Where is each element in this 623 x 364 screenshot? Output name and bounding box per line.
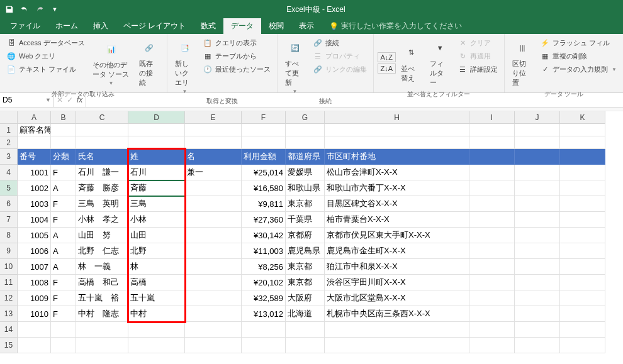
column-header[interactable]: F — [242, 111, 286, 124]
cell[interactable]: 1005 — [18, 228, 51, 243]
cell[interactable] — [469, 338, 515, 353]
cell[interactable] — [469, 290, 515, 306]
cell[interactable]: 中村 隆志 — [76, 306, 128, 322]
data-validation-button[interactable]: ✓データの入力規則▼ — [537, 63, 619, 75]
cell[interactable]: ¥27,360 — [242, 212, 286, 228]
cell[interactable] — [560, 259, 605, 275]
row-header[interactable]: 1 — [0, 124, 18, 136]
cell[interactable] — [242, 124, 286, 136]
column-header[interactable]: H — [325, 111, 469, 124]
cell[interactable] — [325, 136, 469, 149]
existing-connections-button[interactable]: 🔗既存の接続 — [135, 36, 163, 89]
tab-file[interactable]: ファイル — [3, 18, 48, 34]
cell[interactable] — [185, 180, 242, 196]
cell[interactable] — [469, 306, 515, 322]
cell[interactable] — [469, 228, 515, 243]
cell[interactable]: 愛媛県 — [286, 165, 325, 180]
row-header[interactable]: 13 — [0, 306, 18, 322]
cell[interactable]: 高橋 和己 — [76, 275, 128, 290]
properties-button[interactable]: ☰プロパティ — [310, 50, 369, 62]
cell[interactable] — [560, 338, 605, 353]
cell[interactable] — [18, 338, 51, 353]
cell[interactable] — [51, 124, 76, 136]
cell[interactable] — [560, 228, 605, 243]
new-query-button[interactable]: 📑新しいクエリ▼ — [171, 36, 199, 96]
cell[interactable]: ¥9,811 — [242, 196, 286, 212]
cell[interactable] — [560, 275, 605, 290]
sort-button[interactable]: ⇅並べ替え — [397, 36, 425, 89]
tab-review[interactable]: 校閲 — [261, 18, 291, 34]
cell[interactable]: 氏名 — [76, 149, 128, 165]
cell[interactable] — [560, 149, 605, 165]
cell[interactable]: 石川 — [128, 165, 185, 180]
cell[interactable] — [560, 290, 605, 306]
cell[interactable] — [515, 180, 560, 196]
cell[interactable]: 北海道 — [286, 306, 325, 322]
recent-sources-button[interactable]: 🕐最近使ったソース — [200, 63, 273, 75]
clear-filter-button[interactable]: ✕クリア — [455, 36, 500, 49]
cell[interactable]: ¥32,589 — [242, 290, 286, 306]
cell[interactable]: 松山市会津町X-X-X — [325, 165, 469, 180]
other-sources-button[interactable]: 📊その他のデータ ソース▼ — [89, 36, 134, 89]
row-header[interactable]: 14 — [0, 322, 18, 338]
cell[interactable] — [515, 338, 560, 353]
cell[interactable] — [51, 322, 76, 338]
cell[interactable]: 利用金額 — [242, 149, 286, 165]
cell[interactable]: 和歌山市六番丁X-X-X — [325, 180, 469, 196]
cell[interactable] — [185, 243, 242, 259]
tab-formulas[interactable]: 数式 — [193, 18, 223, 34]
cell[interactable]: F — [51, 165, 76, 180]
cell[interactable] — [469, 196, 515, 212]
cell[interactable] — [560, 306, 605, 322]
cell[interactable]: F — [51, 306, 76, 322]
cell[interactable] — [76, 338, 128, 353]
cell[interactable]: 中村 — [128, 306, 185, 322]
cell[interactable] — [469, 322, 515, 338]
cell[interactable]: 北野 — [128, 243, 185, 259]
cell[interactable] — [515, 322, 560, 338]
reapply-button[interactable]: ↻再適用 — [455, 50, 500, 62]
filter-button[interactable]: ▼フィルター — [426, 36, 454, 89]
cell[interactable] — [515, 149, 560, 165]
cell[interactable] — [185, 196, 242, 212]
cell[interactable]: 顧客名簿 — [18, 124, 51, 136]
text-file-button[interactable]: 📄テキスト ファイル — [4, 63, 87, 75]
enter-icon[interactable]: ✓ — [67, 96, 73, 104]
cell[interactable] — [18, 136, 51, 149]
row-header[interactable]: 12 — [0, 290, 18, 306]
cell[interactable] — [286, 124, 325, 136]
cell[interactable]: 名 — [185, 149, 242, 165]
formula-input[interactable] — [86, 93, 623, 107]
row-header[interactable]: 10 — [0, 259, 18, 275]
connections-button[interactable]: 🔗接続 — [310, 36, 369, 49]
cell[interactable] — [469, 149, 515, 165]
cell[interactable]: 小林 — [128, 212, 185, 228]
cell[interactable]: ¥20,102 — [242, 275, 286, 290]
cell[interactable]: 1004 — [18, 212, 51, 228]
cell[interactable] — [515, 275, 560, 290]
cell[interactable] — [515, 228, 560, 243]
save-button[interactable] — [3, 3, 16, 16]
cell[interactable] — [51, 338, 76, 353]
cell[interactable]: 1007 — [18, 259, 51, 275]
cell[interactable]: A — [51, 228, 76, 243]
cell[interactable] — [185, 322, 242, 338]
cell[interactable]: 石川 謙一 — [76, 165, 128, 180]
text-to-columns-button[interactable]: |||区切り位置 — [508, 36, 536, 89]
column-header[interactable]: B — [51, 111, 76, 124]
row-header[interactable]: 3 — [0, 149, 18, 165]
sort-desc-button[interactable]: Z↓A — [378, 63, 396, 74]
cell[interactable] — [560, 243, 605, 259]
cell[interactable]: 小林 孝之 — [76, 212, 128, 228]
row-header[interactable]: 9 — [0, 243, 18, 259]
cell[interactable]: 1006 — [18, 243, 51, 259]
cell[interactable] — [128, 124, 185, 136]
cell[interactable] — [515, 306, 560, 322]
cell[interactable] — [242, 136, 286, 149]
cell[interactable] — [325, 124, 469, 136]
cell[interactable] — [128, 322, 185, 338]
cell[interactable]: 分類 — [51, 149, 76, 165]
cell[interactable] — [515, 212, 560, 228]
row-header[interactable]: 5 — [0, 180, 18, 196]
cell[interactable] — [515, 165, 560, 180]
